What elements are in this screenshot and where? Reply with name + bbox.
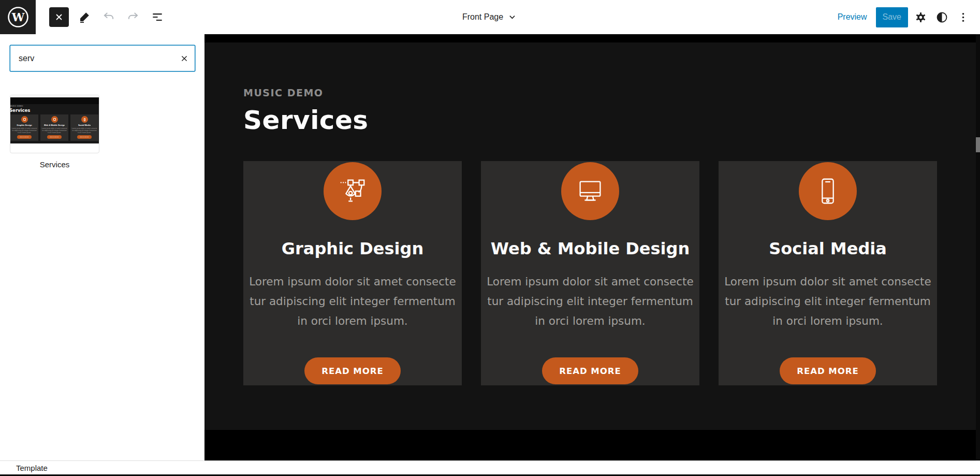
service-card-body: Lorem ipsum dolor sit amet consecte tur … <box>236 272 469 331</box>
smartphone-icon <box>81 116 88 123</box>
thumb-card-body: Lorem ipsum dolor sit amet consecte tur … <box>71 127 97 134</box>
service-card-body: Lorem ipsum dolor sit amet consecte tur … <box>711 272 944 331</box>
service-card-title: Graphic Design <box>282 239 423 258</box>
thumb-cards: Graphic Design Lorem ipsum dolor sit ame… <box>10 114 99 141</box>
document-overview-icon <box>151 10 164 24</box>
pattern-thumbnail: MUSIC DEMO Services Graphic Design Lorem… <box>10 95 99 153</box>
service-cards-row: Graphic Design Lorem ipsum dolor sit ame… <box>243 161 937 385</box>
thumb-card-title: Web & Mobile Design <box>44 124 65 126</box>
document-overview-button[interactable] <box>149 8 166 26</box>
editor-topbar: W <box>0 0 980 34</box>
thumb-card-button: READ MORE <box>17 135 31 139</box>
inserter-sidebar: MUSIC DEMO Services Graphic Design Lorem… <box>0 34 204 460</box>
pattern-result-label: Services <box>10 160 99 169</box>
thumb-card-body: Lorem ipsum dolor sit amet consecte tur … <box>41 127 67 134</box>
chevron-down-icon <box>506 11 518 23</box>
service-card-social-media[interactable]: Social Media Lorem ipsum dolor sit amet … <box>719 161 937 385</box>
service-card-body: Lorem ipsum dolor sit amet consecte tur … <box>474 272 707 331</box>
thumb-card-button: READ MORE <box>77 135 91 139</box>
wordpress-site-editor: W <box>0 0 980 476</box>
thumb-card: Web & Mobile Design Lorem ipsum dolor si… <box>40 114 68 141</box>
read-more-button[interactable]: READ MORE <box>780 357 876 384</box>
styles-contrast-icon <box>935 11 948 24</box>
settings-gear-icon <box>914 11 927 24</box>
scrollbar-thumb[interactable] <box>976 137 980 152</box>
thumb-eyebrow: MUSIC DEMO <box>10 105 99 107</box>
more-options-icon <box>957 11 970 24</box>
thumb-card-title: Social Media <box>78 124 91 126</box>
desktop-monitor-icon <box>574 175 606 207</box>
undo-icon <box>102 10 115 24</box>
site-bottom-strip <box>204 430 976 460</box>
service-card-title: Web & Mobile Design <box>491 239 690 258</box>
canvas-scrollbar[interactable] <box>976 34 980 460</box>
editor-footer: Template <box>0 460 980 474</box>
wordpress-logo-icon: W <box>7 6 30 28</box>
desktop-monitor-icon <box>51 116 58 123</box>
thumb-card-title: Graphic Design <box>17 124 32 126</box>
undo-button[interactable] <box>100 8 118 26</box>
thumb-heading: Services <box>10 108 99 113</box>
service-card-title: Social Media <box>769 239 887 258</box>
styles-button[interactable] <box>933 8 950 26</box>
tools-edit-button[interactable] <box>76 8 93 26</box>
save-button[interactable]: Save <box>876 7 908 27</box>
smartphone-icon <box>812 175 844 207</box>
search-clear-button[interactable] <box>174 48 195 69</box>
svg-text:W: W <box>11 10 24 24</box>
editor-canvas: MUSIC DEMO Services <box>204 34 976 460</box>
pen-tool-icon <box>324 162 382 220</box>
redo-icon <box>126 10 140 24</box>
desktop-monitor-icon <box>561 162 619 220</box>
section-eyebrow: MUSIC DEMO <box>243 87 937 98</box>
pattern-search-box <box>10 45 195 71</box>
breadcrumb-template[interactable]: Template <box>16 464 48 472</box>
topbar-right-tools: Preview Save <box>832 7 980 27</box>
pen-tool-icon <box>337 175 369 207</box>
thumb-card-body: Lorem ipsum dolor sit amet consecte tur … <box>11 127 37 134</box>
close-icon <box>53 11 65 23</box>
more-options-button[interactable] <box>954 8 972 26</box>
pen-tool-icon <box>21 116 28 123</box>
service-card-web-mobile-design[interactable]: Web & Mobile Design Lorem ipsum dolor si… <box>481 161 699 385</box>
preview-button[interactable]: Preview <box>832 8 872 26</box>
thumb-site-preview: MUSIC DEMO Services Graphic Design Lorem… <box>10 104 99 143</box>
pattern-search-input[interactable] <box>10 46 174 71</box>
block-inserter-toggle-button[interactable] <box>49 7 69 27</box>
edit-pen-icon <box>78 11 91 23</box>
document-title: Front Page <box>462 12 503 22</box>
section-heading: Services <box>243 105 937 135</box>
redo-button[interactable] <box>124 8 142 26</box>
thumb-card-button: READ MORE <box>47 135 61 139</box>
smartphone-icon <box>799 162 857 220</box>
services-section[interactable]: MUSIC DEMO Services <box>204 42 976 430</box>
thumb-card: Graphic Design Lorem ipsum dolor sit ame… <box>10 114 38 141</box>
thumb-header-strip <box>10 97 99 104</box>
read-more-button[interactable]: READ MORE <box>304 357 401 384</box>
settings-button[interactable] <box>912 8 929 26</box>
close-icon <box>179 53 190 64</box>
wordpress-logo-icon[interactable]: W <box>0 0 36 34</box>
pattern-result-services[interactable]: MUSIC DEMO Services Graphic Design Lorem… <box>10 95 99 169</box>
topbar-left-tools <box>49 7 166 27</box>
site-top-strip <box>204 34 976 42</box>
thumb-card: Social Media Lorem ipsum dolor sit amet … <box>70 114 98 141</box>
read-more-button[interactable]: READ MORE <box>542 357 638 384</box>
service-card-graphic-design[interactable]: Graphic Design Lorem ipsum dolor sit ame… <box>243 161 462 385</box>
document-title-dropdown[interactable]: Front Page <box>462 0 518 34</box>
